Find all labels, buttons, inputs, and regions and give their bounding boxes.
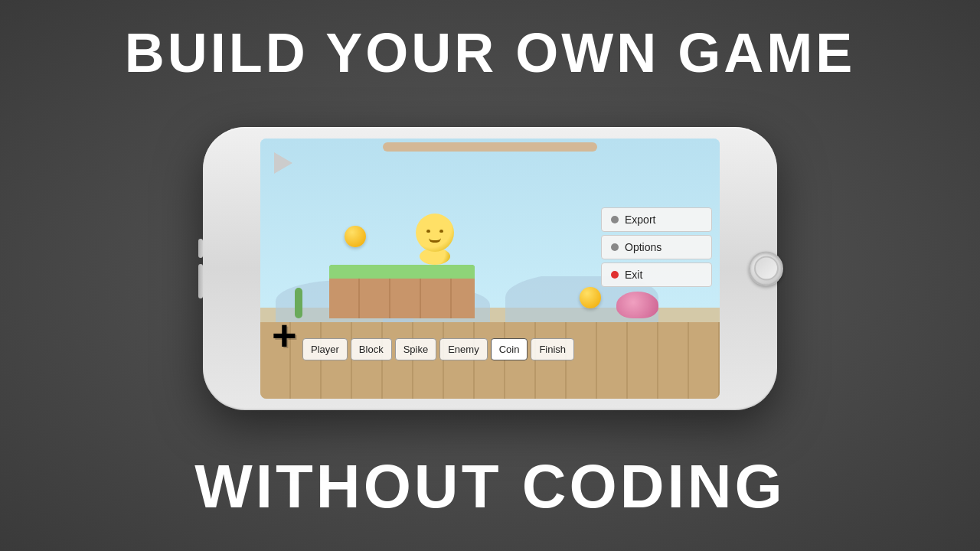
coin-collectible-2 xyxy=(580,287,601,308)
add-tool-button[interactable]: + xyxy=(272,314,297,357)
home-button[interactable] xyxy=(749,251,783,285)
side-buttons xyxy=(198,239,203,298)
menu-item-options[interactable]: Options xyxy=(601,235,712,259)
game-screen: Export Options Exit + Player xyxy=(260,139,720,399)
top-title: BUILD YOUR OWN GAME xyxy=(125,23,856,83)
menu-label-export: Export xyxy=(625,214,655,226)
player-eyes xyxy=(426,230,443,233)
menu-dot-export xyxy=(611,216,619,223)
toolbar-btn-player[interactable]: Player xyxy=(302,338,348,360)
player-head xyxy=(416,214,454,252)
volume-down-button xyxy=(198,264,203,298)
menu-dot-options xyxy=(611,243,619,251)
toolbar-btn-block[interactable]: Block xyxy=(351,338,392,360)
bottom-title: WITHOUT CODING xyxy=(194,453,785,520)
toolbar-btn-finish[interactable]: Finish xyxy=(531,338,574,360)
menu-label-exit: Exit xyxy=(625,269,642,281)
ground xyxy=(260,322,720,399)
toolbar-btn-coin[interactable]: Coin xyxy=(491,338,528,360)
player-smile xyxy=(429,238,441,243)
phone-mockup: Export Options Exit + Player xyxy=(199,123,781,414)
game-platform xyxy=(329,265,475,318)
toolbar-btn-enemy[interactable]: Enemy xyxy=(439,338,487,360)
progress-bar xyxy=(383,142,597,152)
menu-dot-exit xyxy=(611,271,619,279)
enemy-blob xyxy=(616,292,658,318)
play-button[interactable] xyxy=(274,152,292,174)
volume-up-button xyxy=(198,239,203,258)
player-character xyxy=(413,214,456,267)
game-toolbar: Player Block Spike Enemy Coin Finish xyxy=(302,338,712,360)
phone-body: Export Options Exit + Player xyxy=(203,127,777,410)
coin-collectible xyxy=(345,226,366,247)
player-eye-right xyxy=(439,230,443,233)
toolbar-btn-spike[interactable]: Spike xyxy=(395,338,437,360)
context-menu: Export Options Exit xyxy=(601,207,712,287)
player-eye-left xyxy=(426,230,430,233)
menu-item-export[interactable]: Export xyxy=(601,207,712,232)
game-scene: Export Options Exit + Player xyxy=(260,139,720,399)
menu-label-options: Options xyxy=(625,241,662,253)
home-button-inner xyxy=(754,256,779,281)
platform-body xyxy=(329,279,475,318)
menu-item-exit[interactable]: Exit xyxy=(601,262,712,287)
